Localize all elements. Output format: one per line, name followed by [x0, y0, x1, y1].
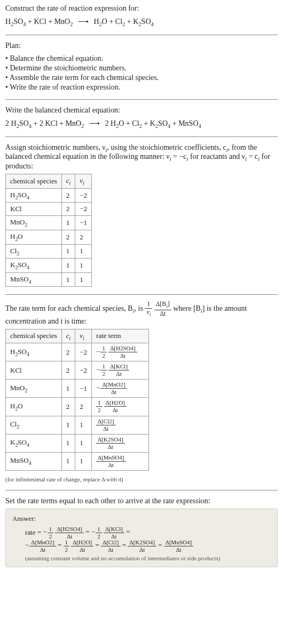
rate-cell: Δ[MnSO4]Δt [92, 452, 149, 470]
ci-cell: 1 [61, 259, 75, 273]
ci-cell: 2 [61, 188, 75, 203]
vi-cell: 1 [75, 434, 92, 452]
col-vi: νi [75, 174, 92, 189]
rate-fraction: Δ[Bi] Δt [154, 301, 171, 317]
ci-cell: 2 [61, 343, 75, 361]
arrow-icon: ⟶ [78, 18, 89, 26]
species-cell: H2SO4 [6, 343, 62, 361]
rate-cell: −12 Δ[KCl]Δt [92, 361, 149, 380]
table-row: K2SO411Δ[K2SO4]Δt [6, 434, 149, 452]
vi-cell: −2 [75, 361, 92, 380]
vi-cell: −1 [75, 216, 92, 230]
table-row: Cl211Δ[Cl2]Δt [6, 416, 149, 434]
vi-cell: 2 [75, 230, 92, 244]
table-row: MnO21−1 [6, 216, 92, 230]
vi-cell: 1 [75, 272, 92, 287]
species-cell: H2SO4 [6, 188, 62, 203]
divider [5, 294, 278, 295]
species-cell: KCl [6, 361, 62, 380]
intro-heading: Construct the rate of reaction expressio… [5, 4, 278, 13]
species-cell: KCl [6, 203, 62, 216]
divider [5, 136, 278, 137]
balanced-heading: Write the balanced chemical equation: [5, 106, 278, 115]
species-cell: MnSO4 [6, 452, 62, 470]
species-cell: Cl2 [6, 244, 62, 259]
answer-expression: rate = −12 Δ[H2SO4]Δt = −12 Δ[KCl]Δt =−Δ… [25, 526, 271, 553]
table-row: KCl2−2−12 Δ[KCl]Δt [6, 361, 149, 380]
set-equal-text: Set the rate terms equal to each other t… [5, 497, 278, 505]
table-row: H2O22 [6, 230, 92, 244]
col-species: chemical species [6, 329, 62, 343]
assign-section: Assign stoichiometric numbers, νi, using… [5, 143, 278, 287]
col-species: chemical species [6, 174, 62, 189]
ci-cell: 2 [61, 230, 75, 244]
plan-bullet: • Assemble the rate term for each chemic… [5, 74, 278, 82]
assign-text: Assign stoichiometric numbers, νi, using… [5, 143, 278, 171]
ci-cell: 1 [61, 434, 75, 452]
vi-cell: 1 [75, 244, 92, 259]
rate-prefix: rate = [25, 528, 43, 536]
table-header-row: chemical species ci νi [6, 174, 92, 189]
rate-cell: Δ[Cl2]Δt [92, 416, 149, 434]
arrow-icon: ⟶ [89, 119, 100, 127]
table-row: MnO21−1−Δ[MnO2]Δt [6, 380, 149, 398]
species-cell: MnO2 [6, 216, 62, 230]
answer-box: Answer: rate = −12 Δ[H2SO4]Δt = −12 Δ[KC… [5, 509, 278, 567]
eq-rhs: H2O + Cl2 + K2SO4 [93, 18, 153, 26]
set-equal-section: Set the rate terms equal to each other t… [5, 497, 278, 567]
table-row: KCl2−2 [6, 203, 92, 216]
vi-cell: 2 [75, 398, 92, 416]
rate-cell: Δ[K2SO4]Δt [92, 434, 149, 452]
vi-cell: −2 [75, 203, 92, 216]
intro-section: Construct the rate of reaction expressio… [5, 4, 278, 27]
species-cell: K2SO4 [6, 434, 62, 452]
rate-cell: 12 Δ[H2O]Δt [92, 398, 149, 416]
species-cell: K2SO4 [6, 259, 62, 273]
rateterm-section: The rate term for each chemical species,… [5, 301, 278, 482]
vi-cell: 1 [75, 452, 92, 470]
table-row: H2SO42−2−12 Δ[H2SO4]Δt [6, 343, 149, 361]
ci-cell: 2 [61, 398, 75, 416]
species-cell: MnSO4 [6, 272, 62, 287]
eq-lhs: H2SO4 + KCl + MnO2 [5, 18, 75, 26]
species-cell: H2O [6, 230, 62, 244]
plan-section: Plan: • Balance the chemical equation. •… [5, 42, 278, 92]
stoich-table: chemical species ci νi H2SO42−2KCl2−2MnO… [5, 174, 92, 287]
table-header-row: chemical species ci νi rate term [6, 329, 149, 343]
species-cell: Cl2 [6, 416, 62, 434]
ci-cell: 1 [61, 272, 75, 287]
ci-cell: 1 [61, 244, 75, 259]
vi-cell: −2 [75, 188, 92, 203]
col-vi: νi [75, 329, 92, 343]
table-row: H2O2212 Δ[H2O]Δt [6, 398, 149, 416]
balanced-section: Write the balanced chemical equation: 2 … [5, 106, 278, 129]
rateterm-table: chemical species ci νi rate term H2SO42−… [5, 329, 149, 471]
ci-cell: 2 [61, 203, 75, 216]
vi-cell: −2 [75, 343, 92, 361]
ci-cell: 1 [61, 380, 75, 398]
species-cell: MnO2 [6, 380, 62, 398]
col-ci: ci [61, 329, 75, 343]
answer-label: Answer: [12, 514, 271, 523]
plan-bullet: • Write the rate of reaction expression. [5, 83, 278, 92]
ci-cell: 2 [61, 361, 75, 380]
rate-cell: −12 Δ[H2SO4]Δt [92, 343, 149, 361]
ci-cell: 1 [61, 416, 75, 434]
vi-cell: 1 [75, 259, 92, 273]
ci-cell: 1 [61, 452, 75, 470]
rateterm-intro: The rate term for each chemical species,… [5, 301, 278, 325]
divider [5, 35, 278, 35]
intro-equation: H2SO4 + KCl + MnO2 ⟶ H2O + Cl2 + K2SO4 [5, 17, 278, 27]
note-infinitesimal: (for infinitesimal rate of change, repla… [5, 476, 278, 482]
vi-cell: 1 [75, 416, 92, 434]
plan-bullet: • Determine the stoichiometric numbers. [5, 64, 278, 73]
table-row: MnSO411 [6, 272, 92, 287]
rate-cell: −Δ[MnO2]Δt [92, 380, 149, 398]
vi-cell: −1 [75, 380, 92, 398]
table-row: K2SO411 [6, 259, 92, 273]
col-ci: ci [61, 174, 75, 189]
page-container: Construct the rate of reaction expressio… [0, 0, 283, 579]
balanced-equation: 2 H2SO4 + 2 KCl + MnO2 ⟶ 2 H2O + Cl2 + K… [5, 119, 278, 129]
answer-note: (assuming constant volume and no accumul… [25, 555, 271, 561]
table-row: Cl211 [6, 244, 92, 259]
